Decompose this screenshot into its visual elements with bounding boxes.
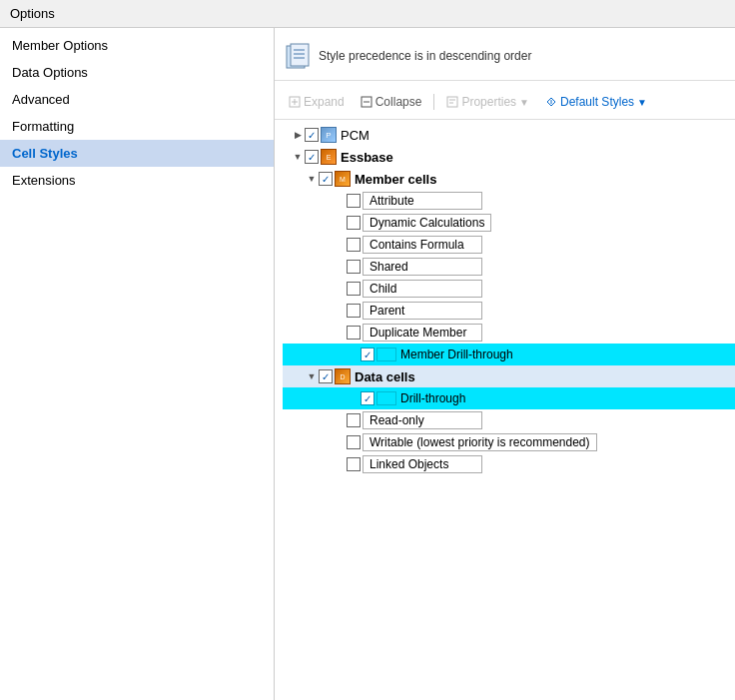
sidebar-label-data-options: Data Options [12, 65, 88, 80]
parent-label: Parent [369, 304, 404, 318]
tree-node-data-cells[interactable]: ▼ ✓ D Data cells [283, 365, 735, 387]
dynamic-calc-label-box: Dynamic Calculations [363, 214, 491, 232]
collapse-button[interactable]: Collapse [357, 93, 426, 111]
sidebar-item-formatting[interactable]: Formatting [0, 113, 274, 140]
tree-item-shared[interactable]: ▶ Shared [333, 256, 735, 278]
data-cells-label: Data cells [355, 369, 415, 384]
dynamic-calc-label: Dynamic Calculations [369, 216, 484, 230]
contains-formula-label-box: Contains Formula [363, 236, 482, 254]
linked-objects-label-box: Linked Objects [363, 455, 482, 473]
data-cells-checkbox[interactable]: ✓ [319, 369, 333, 383]
duplicate-member-checkbox[interactable] [347, 326, 361, 340]
tree-item-parent[interactable]: ▶ Parent [333, 300, 735, 322]
tree-item-linked-objects[interactable]: ▶ Linked Objects [333, 453, 735, 475]
member-drill-through-checkbox[interactable]: ✓ [361, 348, 374, 361]
data-cells-icon: D [335, 368, 351, 384]
svg-rect-1 [291, 44, 309, 66]
sidebar-item-data-options[interactable]: Data Options [0, 59, 274, 86]
sidebar-label-cell-styles: Cell Styles [12, 146, 78, 161]
sidebar-label-formatting: Formatting [12, 119, 74, 134]
tree-item-read-only[interactable]: ▶ Read-only [333, 409, 735, 431]
sidebar-item-advanced[interactable]: Advanced [0, 86, 274, 113]
pcm-expand-btn[interactable]: ▶ [291, 128, 305, 142]
read-only-checkbox[interactable] [347, 413, 361, 427]
read-only-label-box: Read-only [363, 411, 482, 429]
svg-rect-10 [447, 97, 457, 107]
toolbar-sep-1 [433, 94, 434, 110]
tree-item-duplicate-member[interactable]: ▶ Duplicate Member [333, 322, 735, 344]
essbase-expand-btn[interactable]: ▼ [291, 150, 305, 164]
expand-icon [289, 96, 301, 108]
tree-item-attribute[interactable]: ▶ Attribute [333, 190, 735, 212]
duplicate-member-label: Duplicate Member [369, 326, 466, 340]
app-title: Options [0, 0, 735, 28]
dynamic-calc-checkbox[interactable] [347, 216, 361, 230]
tree-node-essbase[interactable]: ▼ ✓ E Essbase [291, 146, 735, 168]
data-cells-expand-btn[interactable]: ▼ [305, 369, 319, 383]
content-area: Style precedence is in descending order … [275, 28, 735, 700]
member-cells-expand-btn[interactable]: ▼ [305, 172, 319, 186]
properties-button[interactable]: Properties ▼ [442, 93, 533, 111]
sidebar-item-cell-styles[interactable]: Cell Styles [0, 140, 274, 167]
child-label-box: Child [363, 280, 482, 298]
drill-through-label: Drill-through [400, 391, 735, 405]
shared-label-box: Shared [363, 258, 482, 276]
writable-checkbox[interactable] [347, 435, 361, 449]
pages-icon [285, 42, 313, 70]
child-checkbox[interactable] [347, 282, 361, 296]
read-only-label: Read-only [369, 413, 424, 427]
default-styles-dropdown-arrow: ▼ [637, 97, 647, 108]
tree-item-drill-through[interactable]: ▶ ✓ Drill-through [283, 387, 735, 409]
tree-item-member-drill-through[interactable]: ▶ ✓ Member Drill-through [283, 344, 735, 365]
sidebar-label-extensions: Extensions [12, 173, 76, 188]
tree-item-writable[interactable]: ▶ Writable (lowest priority is recommend… [333, 431, 735, 453]
default-styles-label: Default Styles [560, 95, 634, 109]
member-drill-through-label: Member Drill-through [400, 348, 735, 361]
parent-label-box: Parent [363, 302, 482, 320]
properties-icon [446, 96, 458, 108]
sidebar-label-member-options: Member Options [12, 38, 108, 53]
drill-through-checkbox[interactable]: ✓ [361, 391, 374, 405]
writable-label-box: Writable (lowest priority is recommended… [363, 433, 597, 451]
sidebar-item-member-options[interactable]: Member Options [0, 32, 274, 59]
pcm-checkbox[interactable]: ✓ [305, 128, 319, 142]
member-cells-checkbox[interactable]: ✓ [319, 172, 333, 186]
sidebar: Member Options Data Options Advanced For… [0, 28, 275, 700]
tree-item-child[interactable]: ▶ Child [333, 278, 735, 300]
default-styles-icon [545, 96, 557, 108]
linked-objects-checkbox[interactable] [347, 457, 361, 471]
sidebar-item-extensions[interactable]: Extensions [0, 167, 274, 194]
shared-label: Shared [369, 260, 408, 274]
attribute-label-box: Attribute [363, 192, 482, 210]
member-cells-icon: M [335, 171, 351, 187]
drill-through-style-box [376, 391, 396, 405]
tree-item-contains-formula[interactable]: ▶ Contains Formula [333, 234, 735, 256]
parent-checkbox[interactable] [347, 304, 361, 318]
essbase-checkbox[interactable]: ✓ [305, 150, 319, 164]
style-precedence-bar: Style precedence is in descending order [275, 36, 735, 81]
tree: ▶ ✓ P PCM ▼ ✓ E Essbase ▼ ✓ M Member cel… [275, 124, 735, 475]
expand-label: Expand [304, 95, 345, 109]
expand-button[interactable]: Expand [285, 93, 349, 111]
tree-node-member-cells[interactable]: ▼ ✓ M Member cells [305, 168, 735, 190]
essbase-label: Essbase [341, 150, 393, 165]
sidebar-label-advanced: Advanced [12, 92, 70, 107]
writable-label: Writable (lowest priority is recommended… [369, 435, 590, 449]
properties-label: Properties [461, 95, 516, 109]
linked-objects-label: Linked Objects [369, 457, 448, 471]
child-label: Child [369, 282, 396, 296]
properties-dropdown-arrow: ▼ [519, 97, 529, 108]
shared-checkbox[interactable] [347, 260, 361, 274]
tree-item-dynamic-calculations[interactable]: ▶ Dynamic Calculations [333, 212, 735, 234]
default-styles-button[interactable]: Default Styles ▼ [541, 93, 651, 111]
pcm-label: PCM [341, 128, 369, 143]
collapse-icon [361, 96, 372, 108]
essbase-icon: E [321, 149, 337, 165]
attribute-checkbox[interactable] [347, 194, 361, 208]
toolbar: Expand Collapse Properties ▼ [275, 89, 735, 120]
style-precedence-text: Style precedence is in descending order [319, 49, 531, 63]
tree-node-pcm[interactable]: ▶ ✓ P PCM [291, 124, 735, 146]
contains-formula-checkbox[interactable] [347, 238, 361, 252]
member-drill-through-style-box [376, 348, 396, 361]
member-cells-label: Member cells [355, 172, 436, 187]
